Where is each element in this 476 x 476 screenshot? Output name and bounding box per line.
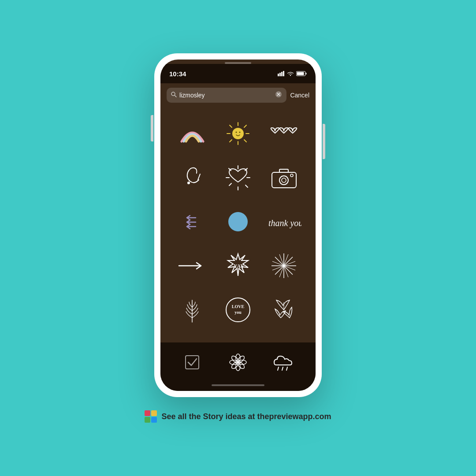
sticker-love-you[interactable]: LOVE you bbox=[218, 292, 258, 327]
sticker-hearts[interactable] bbox=[264, 116, 304, 151]
svg-rect-58 bbox=[186, 356, 199, 369]
footer-logo bbox=[145, 410, 157, 423]
sticker-sun[interactable] bbox=[218, 116, 258, 151]
sticker-row-4: YAY bbox=[160, 244, 316, 288]
status-icons bbox=[278, 71, 307, 76]
svg-rect-72 bbox=[151, 410, 157, 416]
phone-mockup: 10:34 bbox=[154, 53, 322, 397]
search-clear-button[interactable] bbox=[275, 91, 282, 100]
battery-icon bbox=[296, 71, 307, 76]
footer-text: See all the Story ideas at thepreviewapp… bbox=[161, 412, 331, 421]
svg-point-21 bbox=[232, 128, 244, 139]
sticker-yay[interactable]: YAY bbox=[218, 248, 258, 283]
sticker-row-1 bbox=[160, 112, 316, 156]
signal-icon bbox=[278, 71, 285, 76]
sticker-row-3: thank you bbox=[160, 200, 316, 244]
svg-point-60 bbox=[237, 355, 245, 364]
phone-frame: 10:34 bbox=[154, 53, 322, 397]
svg-line-68 bbox=[278, 367, 279, 370]
cancel-button[interactable]: Cancel bbox=[290, 92, 309, 99]
svg-point-22 bbox=[236, 132, 237, 133]
svg-rect-74 bbox=[151, 417, 157, 423]
sticker-autumn-leaves[interactable] bbox=[264, 292, 304, 327]
sticker-row-2 bbox=[160, 156, 316, 200]
sticker-rainbow[interactable] bbox=[172, 116, 212, 151]
wifi-icon bbox=[287, 71, 294, 76]
search-icon bbox=[171, 92, 177, 99]
svg-point-8 bbox=[171, 92, 175, 96]
svg-line-70 bbox=[286, 367, 287, 370]
sticker-blue-circle[interactable] bbox=[218, 204, 258, 239]
svg-line-30 bbox=[245, 185, 248, 187]
bottom-checkbox[interactable] bbox=[179, 349, 205, 376]
bottom-toolbar bbox=[160, 342, 316, 382]
svg-rect-0 bbox=[278, 74, 279, 76]
sticker-camera[interactable] bbox=[264, 160, 304, 195]
bottom-rain-cloud[interactable] bbox=[271, 349, 297, 376]
svg-rect-73 bbox=[145, 417, 150, 423]
svg-text:you: you bbox=[234, 310, 242, 315]
svg-text:LOVE: LOVE bbox=[231, 304, 244, 309]
bottom-flower[interactable] bbox=[225, 349, 251, 376]
svg-point-35 bbox=[282, 178, 286, 182]
svg-point-4 bbox=[290, 75, 291, 76]
sticker-fern[interactable] bbox=[172, 292, 212, 327]
status-time: 10:34 bbox=[169, 70, 186, 78]
svg-rect-6 bbox=[306, 73, 307, 74]
search-bar: lizmosley Cancel bbox=[160, 83, 316, 107]
svg-line-32 bbox=[229, 183, 231, 186]
svg-line-19 bbox=[244, 125, 246, 127]
svg-line-18 bbox=[244, 140, 246, 142]
sticker-swirl[interactable] bbox=[172, 160, 212, 195]
svg-point-36 bbox=[290, 174, 293, 177]
footer: See all the Story ideas at thepreviewapp… bbox=[145, 410, 331, 423]
sticker-arrows[interactable] bbox=[172, 204, 212, 239]
svg-line-69 bbox=[282, 367, 283, 370]
search-text: lizmosley bbox=[179, 92, 272, 99]
svg-rect-71 bbox=[145, 410, 150, 416]
svg-point-40 bbox=[228, 212, 248, 231]
notch bbox=[209, 64, 267, 76]
svg-point-23 bbox=[239, 132, 241, 133]
svg-rect-7 bbox=[297, 72, 304, 75]
svg-rect-1 bbox=[279, 73, 281, 76]
status-bar: 10:34 bbox=[160, 64, 316, 83]
sticker-row-5: LOVE you bbox=[160, 288, 316, 332]
svg-point-64 bbox=[231, 361, 239, 370]
svg-rect-3 bbox=[283, 71, 284, 76]
svg-rect-2 bbox=[281, 72, 283, 76]
search-input-wrapper[interactable]: lizmosley bbox=[167, 88, 286, 103]
svg-text:thank you: thank you bbox=[268, 218, 301, 228]
sticker-shining-heart[interactable] bbox=[218, 160, 258, 195]
svg-text:YAY: YAY bbox=[234, 263, 244, 269]
svg-line-17 bbox=[230, 125, 232, 127]
sticker-grid: thank you bbox=[160, 107, 316, 342]
sticker-starburst[interactable] bbox=[264, 248, 304, 283]
svg-point-24 bbox=[187, 182, 190, 184]
svg-line-20 bbox=[230, 140, 232, 142]
phone-screen: 10:34 bbox=[160, 60, 316, 391]
home-indicator bbox=[212, 384, 264, 386]
sticker-thank-you[interactable]: thank you bbox=[264, 204, 304, 239]
svg-line-9 bbox=[175, 96, 177, 97]
svg-point-34 bbox=[279, 176, 288, 185]
svg-point-62 bbox=[237, 361, 245, 370]
sticker-right-arrow[interactable] bbox=[172, 248, 212, 283]
svg-point-66 bbox=[231, 355, 239, 364]
